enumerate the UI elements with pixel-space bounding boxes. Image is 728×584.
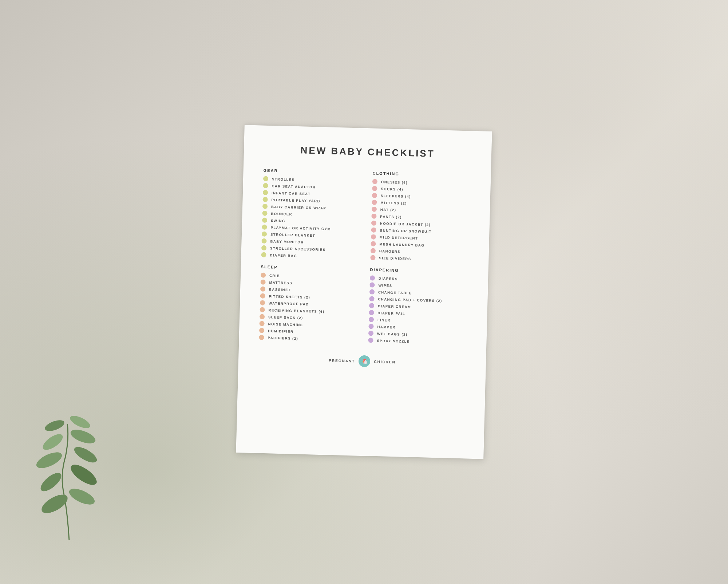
item-label: DIAPERS xyxy=(379,276,398,281)
list-item: RECEIVING BLANKETS (6) xyxy=(260,307,358,315)
svg-point-1 xyxy=(67,485,97,508)
list-item: WET BAGS (2) xyxy=(368,331,467,338)
item-label: HAT (2) xyxy=(380,208,396,212)
item-label: FITTED SHEETS (2) xyxy=(269,294,310,299)
list-item: PLAYMAT OR ACTIVITY GYM xyxy=(262,225,360,232)
item-label: STROLLER ACCESSORIES xyxy=(270,246,326,252)
checkbox-dot xyxy=(261,273,266,278)
checkbox-dot xyxy=(372,206,377,212)
list-item: STROLLER xyxy=(263,176,361,184)
item-label: MATTRESS xyxy=(269,280,292,285)
item-label: SPRAY NOZZLE xyxy=(377,338,410,343)
list-item: WATERPROOF PAD xyxy=(260,300,358,308)
checkbox-dot xyxy=(370,255,375,260)
logo-emoji: 🐔 xyxy=(361,358,368,364)
list-item: FITTED SHEETS (2) xyxy=(260,293,358,301)
checkbox-dot xyxy=(260,287,265,292)
checkbox-dot xyxy=(368,331,373,336)
item-label: DIAPER CREAM xyxy=(378,304,411,309)
checkbox-dot xyxy=(262,225,267,230)
checkbox-dot xyxy=(263,183,268,188)
checkbox-dot xyxy=(259,328,264,333)
item-label: DIAPER BAG xyxy=(270,253,297,258)
gear-items: STROLLERCAR SEAT ADAPTORINFANT CAR SEATP… xyxy=(261,176,361,260)
item-label: SLEEPERS (4) xyxy=(381,194,411,198)
list-item: BABY MONITOR xyxy=(261,238,360,246)
sleep-section-title: SLEEP xyxy=(261,265,359,272)
footer-right-text: CHICKEN xyxy=(374,359,396,364)
checkbox-dot xyxy=(368,324,373,329)
sleep-items: CRIBMATTRESSBASSINETFITTED SHEETS (2)WAT… xyxy=(259,273,359,343)
checkbox-dot xyxy=(369,310,374,315)
list-item: SLEEPERS (4) xyxy=(372,193,470,200)
item-label: BABY CARRIER OR WRAP xyxy=(271,205,326,210)
item-label: BABY MONITOR xyxy=(270,239,304,244)
item-label: PACIFIERS (2) xyxy=(268,336,298,340)
checkbox-dot xyxy=(263,176,268,181)
right-column: CLOTHING ONESIES (6)SOCKS (4)SLEEPERS (4… xyxy=(368,171,471,347)
checklist-paper: NEW BABY CHECKLIST GEAR STROLLERCAR SEAT… xyxy=(236,125,492,459)
checkbox-dot xyxy=(371,248,376,253)
item-label: BOUNCER xyxy=(271,212,292,216)
checkbox-dot xyxy=(371,241,376,246)
item-label: HOODIE OR JACKET (2) xyxy=(380,221,431,227)
list-item: CRIB xyxy=(261,273,359,280)
item-label: STROLLER xyxy=(272,177,295,182)
left-column: GEAR STROLLERCAR SEAT ADAPTORINFANT CAR … xyxy=(259,168,361,344)
checkbox-dot xyxy=(261,245,266,250)
item-label: CHANGING PAD + COVERS (2) xyxy=(378,297,442,303)
svg-point-6 xyxy=(40,431,65,453)
plant-decoration xyxy=(29,402,109,548)
checkbox-dot xyxy=(263,190,268,195)
list-item: BUNTING OR SNOWSUIT xyxy=(371,227,469,235)
item-label: CRIB xyxy=(269,273,280,278)
checkbox-dot xyxy=(260,293,265,299)
list-item: MITTENS (2) xyxy=(372,200,470,207)
item-label: NOISE MACHINE xyxy=(268,322,303,327)
checkbox-dot xyxy=(262,218,267,223)
item-label: CAR SEAT ADAPTOR xyxy=(272,184,316,189)
checkbox-dot xyxy=(260,280,265,285)
svg-point-8 xyxy=(44,418,66,433)
checkbox-dot xyxy=(369,282,375,287)
list-item: SOCKS (4) xyxy=(372,186,470,193)
clothing-items: ONESIES (6)SOCKS (4)SLEEPERS (4)MITTENS … xyxy=(370,179,471,263)
clothing-section-title: CLOTHING xyxy=(372,171,471,178)
list-item: CHANGING PAD + COVERS (2) xyxy=(369,296,467,304)
item-label: HUMIDIFIER xyxy=(268,329,294,334)
item-label: DIAPER PAIL xyxy=(377,311,405,316)
content-columns: GEAR STROLLERCAR SEAT ADAPTORINFANT CAR … xyxy=(259,168,471,347)
list-item: DIAPERS xyxy=(370,275,468,283)
svg-point-3 xyxy=(68,461,100,489)
list-item: PORTABLE PLAY-YARD xyxy=(262,197,361,205)
list-item: DIAPER PAIL xyxy=(369,310,467,317)
list-item: LINER xyxy=(369,317,467,324)
item-label: SWING xyxy=(271,218,285,223)
list-item: WIPES xyxy=(369,282,468,290)
checkbox-dot xyxy=(372,193,377,198)
gear-section-title: GEAR xyxy=(264,168,362,175)
checkbox-dot xyxy=(262,232,267,237)
checkbox-dot xyxy=(368,338,373,343)
item-label: ONESIES (6) xyxy=(381,180,408,185)
checkbox-dot xyxy=(370,275,375,280)
checkbox-dot xyxy=(261,252,266,257)
list-item: SLEEP SACK (2) xyxy=(260,314,358,322)
checkbox-dot xyxy=(372,200,377,205)
checkbox-dot xyxy=(261,238,266,244)
item-label: STROLLER BLANKET xyxy=(270,232,315,237)
item-label: WET BAGS (2) xyxy=(377,331,408,336)
item-label: WIPES xyxy=(378,283,392,288)
item-label: SIZE DIVIDERS xyxy=(379,256,411,261)
checkbox-dot xyxy=(369,296,374,301)
item-label: CHANGE TABLE xyxy=(378,290,412,295)
checkbox-dot xyxy=(260,307,265,312)
footer: PREGNANT 🐔 CHICKEN xyxy=(258,352,466,370)
checkbox-dot xyxy=(262,211,267,216)
list-item: BASSINET xyxy=(260,287,359,294)
list-item: MILD DETERGENT xyxy=(371,234,469,242)
list-item: HUMIDIFIER xyxy=(259,328,357,336)
list-item: PANTS (2) xyxy=(371,213,470,221)
checkbox-dot xyxy=(371,234,376,239)
list-item: BABY CARRIER OR WRAP xyxy=(262,204,361,212)
